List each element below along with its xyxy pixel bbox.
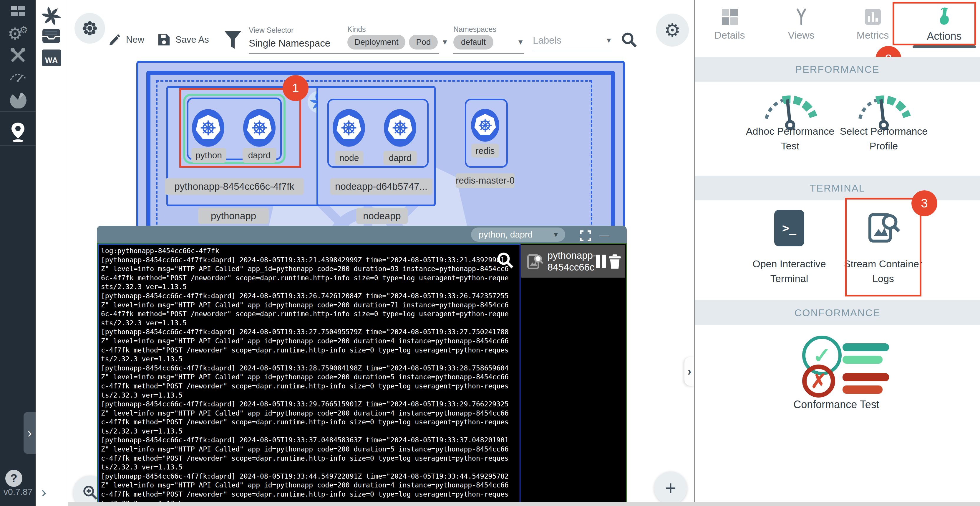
pause-icon (596, 255, 600, 268)
filter-funnel-icon (224, 31, 242, 49)
settings-gears-icon[interactable]: ⚙⚙ (0, 24, 36, 43)
namespace-chip[interactable]: default (453, 35, 493, 49)
kinds-multiselect[interactable]: Deployment Pod ▼ (347, 35, 439, 54)
views-branch-icon (793, 8, 810, 26)
container-daprd-icon[interactable] (384, 109, 416, 147)
annotation-badge-1: 1 (283, 75, 309, 101)
log-line: 6c-4f7fk method="POST /neworder" scope=d… (101, 273, 520, 283)
tab-details[interactable]: Details (694, 0, 765, 50)
new-button[interactable]: New (108, 33, 144, 46)
log-container-tab[interactable]: pythonapp- 8454cc66c (521, 245, 625, 278)
dapr-components-button[interactable] (75, 13, 105, 44)
labels-placeholder: Labels (533, 35, 562, 46)
line-icon (843, 343, 889, 351)
settings-button[interactable]: ⚙ (656, 14, 689, 46)
kind-chip[interactable]: Deployment (347, 35, 406, 49)
log-line: log:pythonapp-8454cc66c-4f7fk (101, 246, 520, 255)
log-line: Z" level=info msg="HTTP API Called" app_… (101, 372, 520, 381)
wasm-wa-icon[interactable]: WA (42, 49, 61, 66)
log-line: c-4f7fk method="POST /neworder" scope=da… (101, 454, 520, 463)
section-header-terminal: TERMINAL (695, 176, 980, 200)
namespaces-label: Namespaces (453, 25, 496, 34)
open-interactive-terminal-action[interactable]: >_ (774, 210, 804, 246)
gauge-icon (761, 88, 819, 130)
panel-collapse-handle[interactable]: › (684, 357, 694, 386)
log-line: ts/2.32.3 ver=1.13.5 (101, 391, 520, 400)
search-button[interactable] (620, 31, 638, 49)
section-header-conformance: CONFORMANCE (695, 300, 980, 325)
search-icon (620, 31, 638, 48)
minus-icon: — (599, 229, 609, 241)
filter-button[interactable] (224, 31, 242, 50)
stream-logs-icon (527, 253, 543, 270)
labels-input[interactable]: Labels ▼ (533, 35, 612, 51)
log-line: c-4f7fk method="POST /neworder" scope=da… (101, 381, 520, 391)
chevron-right-icon: › (687, 365, 691, 378)
section-header-performance: PERFORMANCE (695, 57, 980, 81)
pod-name-label: redis-master-0 (456, 173, 515, 188)
view-selector-value: Single Namespace (249, 38, 330, 49)
line-icon (843, 356, 883, 364)
log-tab-name: 8454cc66c (547, 262, 596, 273)
container-redis-icon[interactable] (471, 108, 499, 143)
log-tab-name: pythonapp- (547, 250, 596, 262)
log-search-overlay-icon[interactable] (496, 251, 514, 271)
log-line: Z" level=info msg="HTTP API Called" app_… (101, 301, 520, 310)
inbox-icon[interactable] (42, 28, 60, 45)
container-node-icon[interactable] (332, 109, 365, 147)
pod-name-label: pythonapp-8454cc66c-4f7fk (165, 178, 304, 195)
log-line: 6c-4f7fk method="POST /neworder" scope=d… (101, 310, 520, 319)
conformance-test-action[interactable]: Conformance Test (778, 398, 895, 411)
log-line: c-4f7fk method="POST /neworder" scope=da… (101, 418, 520, 427)
pod-name-label: nodeapp-d64b5747... (330, 178, 433, 195)
fullscreen-button[interactable] (580, 230, 592, 243)
save-as-button[interactable]: Save As (157, 33, 209, 46)
tab-label: Views (788, 29, 814, 41)
location-pin-icon[interactable] (0, 121, 36, 144)
details-grid-icon (721, 8, 738, 26)
log-line: ts/2.32.3 ver=1.13.5 (101, 427, 520, 436)
log-line: Z" level=info msg="HTTP API Called" app_… (101, 445, 520, 454)
dapr-logo-icon[interactable] (42, 6, 60, 27)
log-line: Z" level=info msg="HTTP API Called" app_… (101, 409, 520, 418)
container-label: node (335, 151, 363, 165)
zoom-in-icon (82, 484, 98, 501)
tab-views[interactable]: Views (765, 0, 837, 50)
chevron-down-icon: ▼ (552, 230, 559, 239)
log-line: [pythonapp-8454cc66c-4f7fk:daprd] 2024-0… (101, 255, 520, 265)
save-icon (157, 33, 171, 46)
log-line: [pythonapp-8454cc66c-4f7fk:daprd] 2024-0… (101, 472, 520, 481)
pause-stream-button[interactable] (596, 255, 606, 268)
horizontal-scrollbar[interactable] (68, 502, 980, 506)
secondary-sidebar (36, 0, 68, 506)
delete-stream-button[interactable] (608, 254, 622, 269)
dashboard-icon[interactable] (0, 4, 36, 18)
kind-chip[interactable]: Pod (409, 35, 438, 49)
add-button[interactable]: + (654, 471, 687, 504)
container-selector-dropdown[interactable]: python, daprd ▼ (471, 228, 565, 242)
plus-icon: + (665, 477, 676, 499)
minimize-button[interactable]: — (599, 229, 609, 241)
annotation-box-1 (179, 88, 301, 168)
log-line: Z" level=info msg="HTTP API Called" app_… (101, 480, 520, 490)
action-label: Select Performance Profile (825, 124, 943, 153)
log-line: c-4f7fk method="POST /neworder" scope=da… (101, 346, 520, 355)
conformance-pie-icon[interactable] (0, 90, 36, 110)
log-line: ts/2.32.3 ver=1.13.5 (101, 354, 520, 364)
log-line: [pythonapp-8454cc66c-4f7fk:daprd] 2024-0… (101, 436, 520, 445)
log-text-area[interactable]: log:pythonapp-8454cc66c-4f7fk[pythonapp-… (98, 244, 520, 505)
chevron-right-icon[interactable]: › (41, 483, 46, 501)
gauge-icon (854, 88, 913, 130)
performance-gauge-icon[interactable] (0, 68, 36, 84)
fullscreen-icon (580, 230, 592, 242)
log-container-tabs: pythonapp- 8454cc66c (521, 244, 625, 505)
log-line: sts/2.32.3 ver=1.13.5 (101, 283, 520, 292)
pause-icon (602, 255, 606, 268)
namespaces-select[interactable]: default ▼ (453, 35, 524, 54)
help-icon[interactable]: ? (5, 470, 22, 487)
log-line: sts/2.32.3 ver=1.13.5 (101, 319, 520, 328)
metrics-bars-icon (864, 8, 881, 26)
tools-icon[interactable] (0, 46, 36, 64)
chevron-down-icon: ▼ (517, 38, 524, 46)
sidebar-expand-handle[interactable]: › (24, 412, 36, 454)
